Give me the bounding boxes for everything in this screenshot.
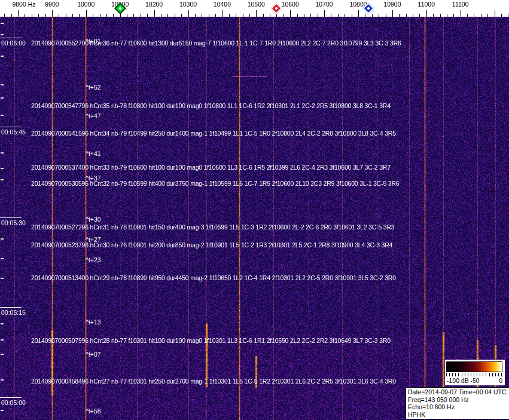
frequency-tick xyxy=(79,14,80,17)
db-scale-tick xyxy=(462,373,462,376)
frequency-tick xyxy=(188,10,189,17)
db-scale-tick xyxy=(492,373,493,376)
frequency-tick xyxy=(133,14,134,17)
frequency-tick xyxy=(419,14,420,17)
frequency-tick xyxy=(32,14,32,17)
frequency-tick-label: 10500 xyxy=(248,1,265,8)
frequency-tick xyxy=(433,14,434,17)
frequency-tick xyxy=(243,14,243,17)
db-scale-tick xyxy=(449,373,450,376)
frequency-tick xyxy=(59,14,59,17)
frequency-tick xyxy=(215,14,216,17)
frequency-tick xyxy=(161,14,161,17)
marker-center-dot xyxy=(275,7,279,10)
frequency-tick xyxy=(284,14,284,17)
frequency-tick xyxy=(106,14,107,17)
frequency-tick xyxy=(447,14,447,17)
frequency-tick xyxy=(379,14,379,17)
frequency-tick xyxy=(467,14,468,17)
frequency-tick xyxy=(66,14,66,17)
frequency-tick xyxy=(365,14,365,17)
frequency-tick xyxy=(141,14,141,17)
db-scale-tick xyxy=(474,373,474,376)
db-scale-min-label: -100 dB xyxy=(447,377,469,384)
frequency-tick xyxy=(406,14,407,17)
frequency-tick xyxy=(392,10,393,17)
frequency-tick xyxy=(45,14,46,17)
frequency-tick xyxy=(154,10,155,17)
frequency-tick xyxy=(318,14,318,17)
marker-center-dot xyxy=(367,7,370,10)
frequency-tick xyxy=(11,14,12,17)
frequency-tick xyxy=(399,14,400,17)
frequency-tick xyxy=(113,14,114,17)
frequency-tick xyxy=(100,14,100,17)
frequency-tick xyxy=(93,14,93,17)
frequency-tick-label: 9800 Hz xyxy=(12,1,35,8)
frequency-tick xyxy=(495,10,495,17)
frequency-tick xyxy=(4,14,5,17)
frequency-tick-label: 9900 xyxy=(45,1,59,8)
frequency-tick xyxy=(372,14,373,17)
frequency-tick xyxy=(426,10,427,17)
frequency-tick xyxy=(147,14,148,17)
frequency-tick xyxy=(209,14,209,17)
db-scale-tick xyxy=(486,373,486,376)
frequency-tick xyxy=(18,10,19,17)
frequency-tick-label: 10300 xyxy=(179,1,197,8)
frequency-axis: 9800 Hz990010000101001020010300104001050… xyxy=(0,0,509,17)
status-info-box: Date=2014-09-07 Time=00:04 UTC Freq=143 … xyxy=(406,387,509,419)
frequency-tick xyxy=(52,10,53,17)
frequency-tick xyxy=(481,14,481,17)
db-scale-mid-label: -50 xyxy=(470,377,479,384)
frequency-tick-label: 10400 xyxy=(214,1,231,8)
frequency-tick xyxy=(263,14,264,17)
frequency-tick xyxy=(501,14,502,17)
db-scale-labels: -100 dB -50 0 xyxy=(445,377,505,385)
frequency-tick xyxy=(324,10,325,17)
frequency-tick-label: 10700 xyxy=(315,1,333,8)
frequency-tick xyxy=(249,14,250,17)
frequency-tick xyxy=(38,14,39,17)
frequency-tick xyxy=(413,14,413,17)
frequency-tick xyxy=(86,10,87,17)
frequency-tick xyxy=(358,10,359,17)
frequency-tick-label: 10200 xyxy=(145,1,163,8)
frequency-tick xyxy=(72,14,73,17)
frequency-tick xyxy=(310,14,311,17)
spectrogram-window: 9800 Hz990010000101001020010300104001050… xyxy=(0,0,509,420)
frequency-tick xyxy=(331,14,331,17)
frequency-tick-label: 11000 xyxy=(418,1,435,8)
db-scale-panel: -100 dB -50 0 xyxy=(445,360,505,385)
frequency-tick xyxy=(453,14,454,17)
status-echo-frequency: Echo=10 600 Hz xyxy=(408,403,507,411)
frequency-tick xyxy=(25,14,25,17)
frequency-tick xyxy=(167,14,168,17)
frequency-tick xyxy=(181,14,182,17)
db-scale-tick xyxy=(468,373,468,376)
frequency-tick-label: 10900 xyxy=(383,1,401,8)
frequency-tick xyxy=(175,14,175,17)
db-scale-tick xyxy=(495,373,496,376)
db-colormap-bar xyxy=(446,361,502,372)
db-scale-max-label: 0 xyxy=(499,377,502,384)
frequency-tick xyxy=(290,10,291,17)
frequency-tick xyxy=(127,14,127,17)
frequency-tick xyxy=(474,14,474,17)
frequency-tick xyxy=(297,14,298,17)
frequency-tick xyxy=(487,14,488,17)
frequency-tick xyxy=(508,14,508,17)
db-scale-tick xyxy=(480,373,480,376)
frequency-tick xyxy=(236,14,236,17)
db-scale-tick xyxy=(498,373,499,376)
spectrogram-display xyxy=(0,17,509,420)
db-scale-tick xyxy=(452,373,453,376)
db-scale-tick xyxy=(471,373,471,376)
db-scale-tick xyxy=(489,373,490,376)
frequency-tick xyxy=(345,14,345,17)
red-diamond-marker xyxy=(271,2,283,14)
frequency-tick xyxy=(202,14,202,17)
frequency-tick-label: 10000 xyxy=(77,1,95,8)
status-frequency: Freq=143 050 000 Hz xyxy=(408,396,507,404)
frequency-tick xyxy=(440,14,441,17)
